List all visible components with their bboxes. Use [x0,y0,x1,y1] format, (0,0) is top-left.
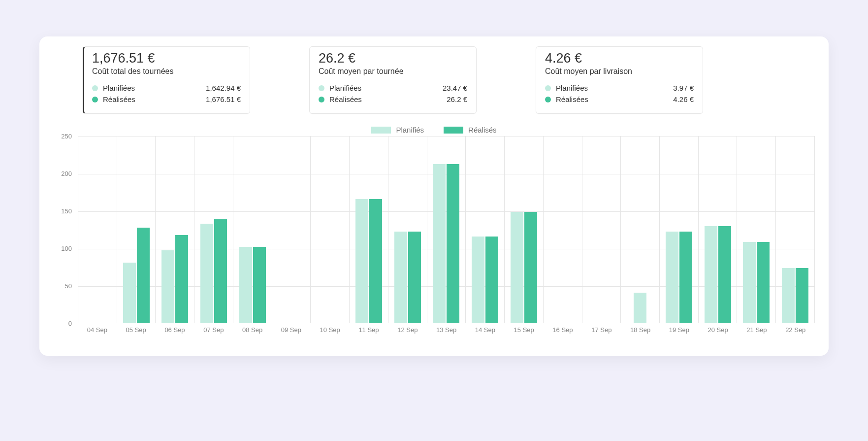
x-tick-label: 10 Sep [311,326,350,334]
bar-dark[interactable] [757,242,770,323]
x-tick-label: 04 Sep [78,326,117,334]
card-title: Coût moyen par tournée [319,67,467,76]
x-tick-label: 14 Sep [466,326,505,334]
card-row-realized: Réalisées 1,676.51 € [92,95,241,103]
chart-column [233,136,272,323]
bar-light[interactable] [433,164,446,323]
x-tick-label: 21 Sep [738,326,776,334]
bar-group [511,212,537,323]
bar-group [123,228,150,323]
card-value: 1,676.51 € [92,51,241,66]
bar-dark[interactable] [253,247,266,323]
card-value: 4.26 € [545,51,694,66]
card-row-planned: Planifiées 3.97 € [545,84,694,92]
bar-group [239,247,266,323]
chart-column [156,136,194,323]
x-tick-label: 17 Sep [582,326,621,334]
legend-item-planned[interactable]: Planifiés [371,126,424,134]
chart-column [388,136,427,323]
bar-light[interactable] [666,232,678,323]
bar-group [200,219,227,323]
bar-dark[interactable] [679,232,692,323]
bar-dark[interactable] [214,219,227,323]
bar-dark[interactable] [485,237,498,323]
y-tick: 100 [52,245,72,252]
legend-label: Planifiés [396,126,424,134]
bar-group [433,164,459,323]
chart-column [505,136,544,323]
bar-light[interactable] [394,232,407,323]
chart-column [660,136,699,323]
y-tick: 50 [52,282,72,290]
chart-column [544,136,582,323]
x-tick-label: 20 Sep [699,326,738,334]
bar-light[interactable] [239,247,252,323]
card-row-realized: Réalisées 26.2 € [319,95,467,103]
bar-group [782,268,808,323]
chart-legend: Planifiés Réalisés [53,126,815,134]
x-tick-label: 11 Sep [350,326,388,334]
chart-column [272,136,311,323]
bar-dark[interactable] [369,199,382,323]
bar-light[interactable] [705,226,717,323]
bar-dark[interactable] [718,226,731,323]
legend-item-realized[interactable]: Réalisés [444,126,497,134]
chart-column [194,136,233,323]
bar-group [161,235,188,323]
bar-light[interactable] [511,212,523,323]
x-tick-label: 15 Sep [505,326,544,334]
bar-light[interactable] [200,224,213,323]
card-cout-moyen-livraison[interactable]: 4.26 € Coût moyen par livraison Planifié… [536,46,703,114]
bar-group [666,232,692,323]
x-tick-label: 07 Sep [194,326,233,334]
y-tick: 0 [52,320,72,327]
legend-swatch-realized-icon [444,127,463,134]
x-tick-label: 18 Sep [621,326,660,334]
bar-dark[interactable] [447,164,459,323]
x-tick-label: 22 Sep [776,326,815,334]
card-row-planned: Planifiées 23.47 € [319,84,467,92]
dot-realized-icon [545,97,551,102]
bar-dark[interactable] [408,232,421,323]
bar-chart: 050100150200250 04 Sep05 Sep06 Sep07 Sep… [53,136,815,341]
chart-column [427,136,466,323]
chart-column [311,136,350,323]
bar-light[interactable] [123,263,136,323]
card-row-realized: Réalisées 4.26 € [545,95,694,103]
bar-light[interactable] [472,237,484,323]
chart-column [466,136,505,323]
bar-group [705,226,731,323]
bar-light[interactable] [743,242,756,323]
dot-realized-icon [92,97,98,102]
chart-column [350,136,388,323]
y-tick: 150 [52,207,72,215]
card-title: Coût total des tournées [92,67,241,76]
bar-dark[interactable] [796,268,808,323]
card-value: 26.2 € [319,51,467,66]
bar-light[interactable] [634,293,646,323]
bar-dark[interactable] [175,235,188,323]
dot-realized-icon [319,97,324,102]
bar-group [394,232,421,323]
x-tick-label: 08 Sep [233,326,272,334]
x-axis-labels: 04 Sep05 Sep06 Sep07 Sep08 Sep09 Sep10 S… [78,326,815,334]
legend-swatch-planned-icon [371,127,391,134]
card-cout-moyen-tournee[interactable]: 26.2 € Coût moyen par tournée Planifiées… [309,46,477,114]
chart-column [621,136,660,323]
card-cout-total[interactable]: 1,676.51 € Coût total des tournées Plani… [83,46,250,114]
bar-group [634,293,646,323]
dot-planned-icon [545,85,551,91]
x-tick-label: 09 Sep [272,326,311,334]
bar-dark[interactable] [524,212,537,323]
bar-light[interactable] [161,250,174,323]
dashboard-panel: 1,676.51 € Coût total des tournées Plani… [39,36,829,356]
bar-group [355,199,382,323]
chart-column [78,136,117,323]
x-tick-label: 19 Sep [660,326,699,334]
chart-column [776,136,814,323]
legend-label: Réalisés [468,126,497,134]
bar-dark[interactable] [137,228,150,323]
bar-light[interactable] [355,199,368,323]
plot-area [78,136,815,323]
bar-light[interactable] [782,268,795,323]
